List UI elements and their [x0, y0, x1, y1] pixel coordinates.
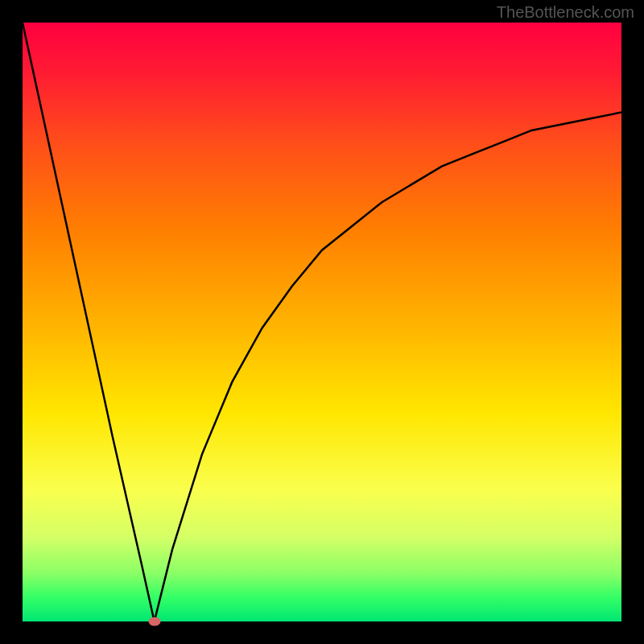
watermark-text: TheBottleneck.com	[497, 3, 634, 22]
bottleneck-curve	[23, 23, 621, 621]
optimal-point-marker	[148, 617, 160, 626]
